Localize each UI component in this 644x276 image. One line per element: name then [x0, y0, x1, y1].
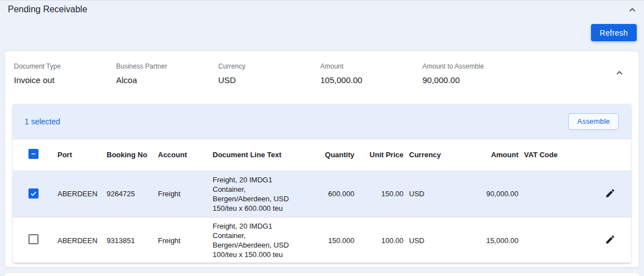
- field-label: Currency: [218, 62, 320, 70]
- chevron-up-icon: [627, 4, 638, 16]
- edit-row-button[interactable]: [604, 233, 617, 248]
- field-label: Amount: [320, 62, 422, 70]
- field-label: Document Type: [14, 62, 116, 70]
- column-header-quantity: Quantity: [306, 139, 360, 171]
- pencil-icon: [605, 188, 616, 198]
- column-header-port: Port: [57, 139, 107, 171]
- next-panel-top-edge: [4, 272, 640, 276]
- document-summary-row: Document Type Invoice out Business Partn…: [5, 51, 639, 104]
- cell-amount: 15,000.00: [456, 217, 524, 263]
- field-label: Amount to Assemble: [422, 62, 525, 70]
- summary-field-amount: Amount 105,000.00: [320, 62, 422, 85]
- summary-field-business-partner: Business Partner Alcoa: [116, 62, 218, 85]
- summary-field-amount-to-assemble: Amount to Assemble 90,000.00: [422, 62, 525, 85]
- column-header-unit-price: Unit Price: [360, 139, 409, 171]
- cell-document-line-text: Freight, 20 IMDG1 Container, Bergen/Aber…: [213, 171, 306, 217]
- table-row[interactable]: ABERDEEN 9264725 Freight Freight, 20 IMD…: [13, 171, 631, 217]
- pencil-icon: [605, 234, 616, 245]
- cell-vat-code: [524, 217, 565, 263]
- column-header-booking-no: Booking No: [107, 139, 158, 171]
- panel-collapse-button[interactable]: [626, 4, 638, 16]
- table-row[interactable]: ABERDEEN 9313851 Freight Freight, 20 IMD…: [13, 217, 631, 263]
- column-header-amount: Amount: [456, 139, 524, 171]
- cell-document-line-text: Freight, 20 IMDG1 Container, Bergen/Aber…: [213, 217, 306, 263]
- row-checkbox[interactable]: [28, 234, 39, 244]
- cell-amount: 90,000.00: [456, 171, 524, 217]
- cell-vat-code: [524, 171, 565, 217]
- field-value: Invoice out: [14, 75, 116, 85]
- column-header-account: Account: [158, 139, 213, 171]
- summary-collapse-button[interactable]: [613, 67, 626, 79]
- edit-row-button[interactable]: [604, 187, 617, 201]
- field-value: 90,000.00: [422, 75, 525, 85]
- cell-account: Freight: [158, 171, 213, 217]
- cell-quantity: 600.000: [306, 171, 360, 217]
- column-header-vat-code: VAT Code: [524, 139, 565, 171]
- chevron-up-icon: [614, 67, 625, 79]
- line-items-card: 1 selected Assemble P: [13, 104, 631, 263]
- select-all-checkbox[interactable]: [28, 149, 39, 159]
- cell-currency: USD: [409, 171, 456, 217]
- table-header-row: Port Booking No Account Document Line Te…: [13, 139, 631, 171]
- column-header-document-line-text: Document Line Text: [213, 139, 306, 171]
- pending-receivable-card: Document Type Invoice out Business Partn…: [4, 51, 640, 268]
- assemble-button[interactable]: Assemble: [568, 113, 619, 130]
- summary-field-document-type: Document Type Invoice out: [14, 62, 116, 85]
- indeterminate-dash-icon: [30, 150, 37, 158]
- cell-quantity: 150.000: [306, 217, 360, 263]
- cell-port: ABERDEEN: [57, 217, 107, 263]
- selection-toolbar: 1 selected Assemble: [13, 104, 631, 139]
- selected-count: 1 selected: [25, 117, 60, 126]
- field-label: Business Partner: [116, 62, 218, 70]
- cell-account: Freight: [158, 217, 213, 263]
- line-items-table: Port Booking No Account Document Line Te…: [13, 139, 631, 263]
- column-header-actions: [565, 139, 631, 171]
- column-header-currency: Currency: [409, 139, 456, 171]
- refresh-button[interactable]: Refresh: [591, 24, 637, 41]
- row-checkbox[interactable]: [28, 188, 39, 198]
- cell-port: ABERDEEN: [57, 171, 107, 217]
- field-value: Alcoa: [116, 75, 218, 85]
- summary-field-currency: Currency USD: [218, 62, 320, 85]
- cell-booking-no: 9313851: [107, 217, 158, 263]
- field-value: USD: [218, 75, 320, 85]
- cell-booking-no: 9264725: [107, 171, 158, 217]
- field-value: 105,000.00: [320, 75, 422, 85]
- cell-unit-price: 100.00: [360, 217, 409, 263]
- cell-unit-price: 150.00: [360, 171, 409, 217]
- cell-currency: USD: [409, 217, 456, 263]
- checkmark-icon: [30, 190, 37, 197]
- page-title: Pending Receivable: [8, 4, 87, 14]
